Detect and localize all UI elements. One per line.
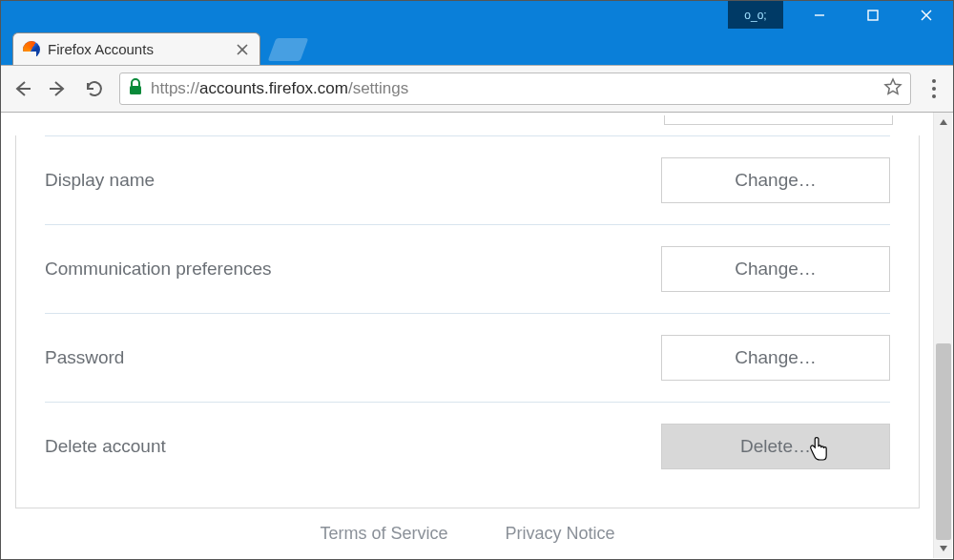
privacy-link[interactable]: Privacy Notice <box>506 524 615 544</box>
tab-title: Firefox Accounts <box>48 41 154 57</box>
delete-account-button[interactable]: Delete… <box>661 424 890 469</box>
browser-toolbar: https://accounts.firefox.com/settings <box>1 65 953 113</box>
row-label: Delete account <box>45 436 166 457</box>
minimize-button[interactable] <box>793 1 846 29</box>
page-footer: Terms of Service Privacy Notice <box>15 508 920 558</box>
address-bar[interactable]: https://accounts.firefox.com/settings <box>119 73 911 105</box>
change-communication-button[interactable]: Change… <box>661 246 890 292</box>
settings-card: Display name Change… Communication prefe… <box>15 135 920 508</box>
browser-tab[interactable]: Firefox Accounts <box>12 32 260 65</box>
change-password-button[interactable]: Change… <box>661 335 890 381</box>
row-label: Display name <box>45 170 155 191</box>
row-label: Communication preferences <box>45 259 272 280</box>
reload-button[interactable] <box>83 78 106 99</box>
settings-row-communication: Communication preferences Change… <box>45 225 890 314</box>
svg-marker-9 <box>885 79 901 93</box>
lock-icon <box>128 78 143 99</box>
browser-menu-button[interactable] <box>924 79 944 98</box>
settings-row-password: Password Change… <box>45 314 890 403</box>
window-badge: o_o; <box>728 1 783 29</box>
change-display-name-button[interactable]: Change… <box>661 157 890 203</box>
page-viewport: Display name Change… Communication prefe… <box>2 113 952 558</box>
svg-rect-8 <box>130 86 141 94</box>
url-path: /settings <box>348 79 408 97</box>
back-button[interactable] <box>10 78 33 99</box>
url-text: https://accounts.firefox.com/settings <box>151 79 408 98</box>
vertical-scrollbar[interactable] <box>933 113 952 558</box>
bookmark-star-icon[interactable] <box>883 77 902 100</box>
svg-rect-1 <box>868 10 878 20</box>
window-titlebar: o_o; <box>1 1 953 29</box>
scroll-up-button[interactable] <box>934 113 952 132</box>
new-tab-button[interactable] <box>268 38 309 61</box>
svg-marker-10 <box>940 119 947 125</box>
close-window-button[interactable] <box>900 1 953 29</box>
terms-link[interactable]: Terms of Service <box>320 524 447 544</box>
maximize-button[interactable] <box>846 1 900 29</box>
scroll-down-button[interactable] <box>934 539 952 558</box>
settings-row-delete-account: Delete account Delete… <box>45 403 890 490</box>
firefox-icon <box>23 41 40 58</box>
svg-marker-11 <box>940 546 947 551</box>
scroll-thumb[interactable] <box>936 343 951 540</box>
row-label: Password <box>45 347 124 368</box>
tab-strip: Firefox Accounts <box>1 29 953 65</box>
url-host: accounts.firefox.com <box>199 79 348 97</box>
forward-button[interactable] <box>47 78 70 99</box>
close-tab-icon[interactable] <box>235 42 250 57</box>
url-protocol: https:// <box>151 79 199 97</box>
settings-row-display-name: Display name Change… <box>45 135 890 225</box>
